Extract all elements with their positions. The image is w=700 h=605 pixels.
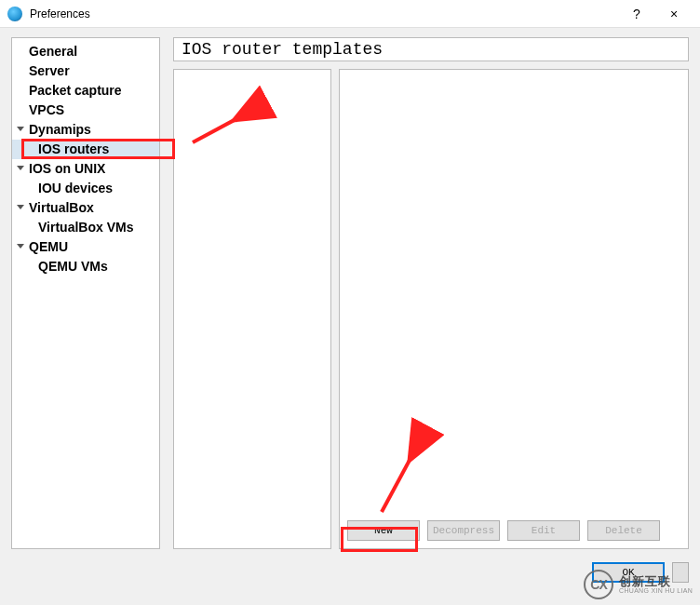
template-list[interactable]	[173, 69, 331, 549]
sidebar-item-dynamips[interactable]: Dynamips	[12, 120, 159, 140]
watermark-text-en: CHUANG XIN HU LIAN	[619, 587, 693, 594]
close-button[interactable]: ×	[655, 1, 693, 27]
help-button[interactable]: ?	[618, 1, 655, 27]
sidebar-item-iou-devices[interactable]: IOU devices	[12, 179, 159, 198]
content-area: GeneralServerPacket captureVPCSDynamipsI…	[0, 28, 700, 557]
button-row: New Decompress Edit Delete	[340, 515, 688, 548]
watermark-logo-icon: CX	[584, 570, 613, 599]
app-icon	[7, 7, 22, 21]
titlebar: Preferences ? ×	[0, 0, 700, 28]
sidebar-item-vpcs[interactable]: VPCS	[12, 101, 159, 120]
sidebar-item-ios-on-unix[interactable]: IOS on UNIX	[12, 159, 159, 179]
sidebar-item-qemu[interactable]: QEMU	[12, 237, 159, 257]
panes-row: New Decompress Edit Delete	[173, 69, 689, 549]
main-pane: IOS router templates New Decompress Edit…	[173, 37, 689, 549]
sidebar-tree[interactable]: GeneralServerPacket captureVPCSDynamipsI…	[11, 37, 160, 549]
page-title: IOS router templates	[173, 37, 689, 61]
detail-content	[340, 70, 688, 515]
sidebar-item-packet-capture[interactable]: Packet capture	[12, 81, 159, 101]
window-title: Preferences	[30, 7, 618, 20]
sidebar-item-virtualbox[interactable]: VirtualBox	[12, 198, 159, 218]
sidebar-item-server[interactable]: Server	[12, 61, 159, 81]
decompress-button[interactable]: Decompress	[427, 520, 500, 541]
sidebar-item-general[interactable]: General	[12, 42, 159, 61]
delete-button[interactable]: Delete	[587, 520, 660, 541]
watermark: CX 创新互联 CHUANG XIN HU LIAN	[584, 570, 693, 599]
detail-pane: New Decompress Edit Delete	[339, 69, 689, 549]
edit-button[interactable]: Edit	[507, 520, 580, 541]
sidebar-item-virtualbox-vms[interactable]: VirtualBox VMs	[12, 218, 159, 237]
sidebar-item-qemu-vms[interactable]: QEMU VMs	[12, 257, 159, 276]
sidebar-item-ios-routers[interactable]: IOS routers	[12, 140, 159, 159]
new-button[interactable]: New	[347, 520, 420, 541]
watermark-text-cn: 创新互联	[619, 575, 693, 587]
